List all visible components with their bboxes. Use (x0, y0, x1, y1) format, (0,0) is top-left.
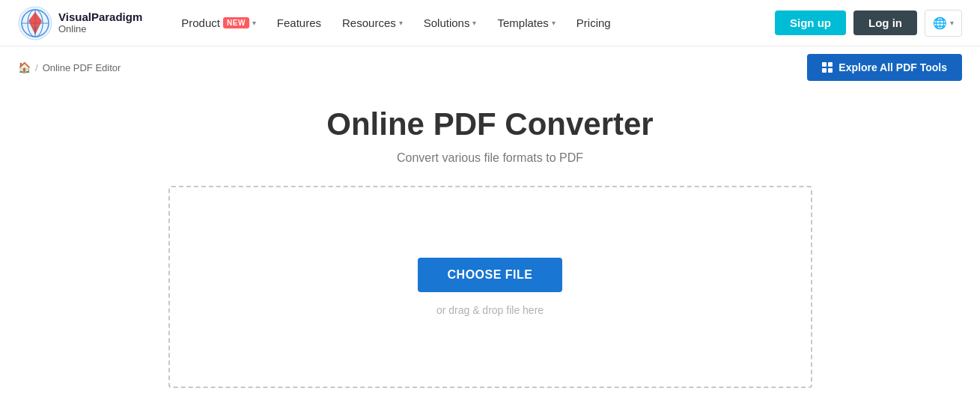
breadcrumb-separator: / (35, 62, 38, 73)
main-content: Online PDF Converter Convert various fil… (0, 84, 980, 403)
navbar: VisualParadigm Online Product NEW ▾ Feat… (0, 0, 980, 46)
nav-features-label: Features (277, 16, 321, 29)
breadcrumb-current: Online PDF Editor (43, 62, 121, 73)
templates-chevron-icon: ▾ (552, 19, 556, 27)
page-heading: Online PDF Converter (18, 106, 962, 142)
breadcrumb: 🏠 / Online PDF Editor (18, 61, 121, 73)
nav-pricing-label: Pricing (576, 16, 611, 29)
login-button[interactable]: Log in (853, 10, 917, 35)
nav-product-badge: NEW (223, 17, 249, 28)
explore-button-label: Explore All PDF Tools (839, 61, 947, 73)
choose-file-button[interactable]: CHOOSE FILE (418, 258, 563, 292)
nav-pricing[interactable]: Pricing (567, 10, 620, 35)
nav-templates-label: Templates (497, 16, 548, 29)
nav-features[interactable]: Features (268, 10, 330, 35)
page-subtitle: Convert various file formats to PDF (18, 151, 962, 165)
nav-resources[interactable]: Resources ▾ (333, 10, 412, 35)
solutions-chevron-icon: ▾ (472, 19, 476, 27)
signup-button[interactable]: Sign up (775, 10, 846, 35)
nav-resources-label: Resources (342, 16, 396, 29)
logo-icon (18, 6, 52, 40)
nav-links: Product NEW ▾ Features Resources ▾ Solut… (172, 10, 775, 35)
drag-drop-text: or drag & drop file here (436, 304, 544, 316)
language-button[interactable]: 🌐 ▾ (925, 10, 962, 37)
home-icon[interactable]: 🏠 (18, 61, 31, 73)
nav-solutions[interactable]: Solutions ▾ (415, 10, 486, 35)
grid-icon (822, 62, 833, 73)
nav-solutions-label: Solutions (424, 16, 470, 29)
explore-pdf-tools-button[interactable]: Explore All PDF Tools (807, 54, 962, 81)
brand-sub: Online (58, 24, 142, 35)
drop-zone[interactable]: CHOOSE FILE or drag & drop file here (168, 186, 812, 388)
globe-icon: 🌐 (933, 16, 947, 30)
product-chevron-icon: ▾ (252, 19, 256, 27)
logo-text: VisualParadigm Online (58, 10, 142, 34)
globe-chevron-icon: ▾ (950, 19, 954, 27)
nav-product-label: Product (181, 16, 220, 29)
brand-name: VisualParadigm (58, 10, 142, 23)
nav-product[interactable]: Product NEW ▾ (172, 10, 265, 35)
resources-chevron-icon: ▾ (399, 19, 403, 27)
nav-templates[interactable]: Templates ▾ (488, 10, 564, 35)
nav-actions: Sign up Log in 🌐 ▾ (775, 10, 962, 37)
logo-link[interactable]: VisualParadigm Online (18, 6, 142, 40)
